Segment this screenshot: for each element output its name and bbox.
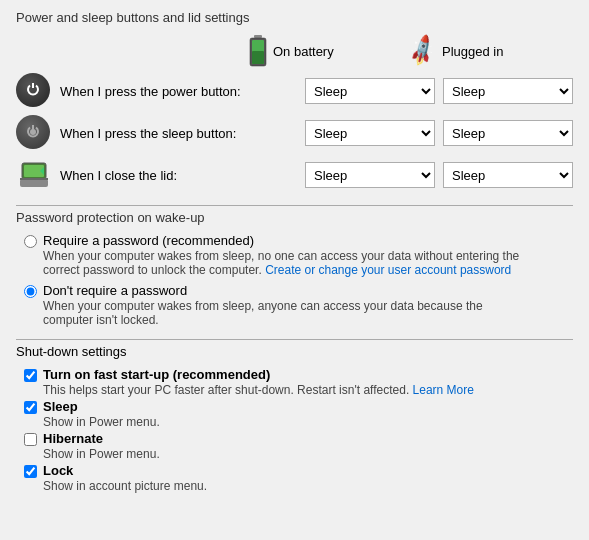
section2-title: Password protection on wake-up [16, 210, 573, 225]
lid-label: When I close the lid: [60, 168, 297, 183]
hibernate-desc: Show in Power menu. [43, 447, 160, 461]
svg-point-4 [30, 129, 36, 135]
section3-title: Shut-down settings [16, 344, 573, 359]
hibernate-label[interactable]: Hibernate [43, 431, 103, 446]
section1: Power and sleep buttons and lid settings… [16, 10, 573, 193]
no-password-desc: When your computer wakes from sleep, any… [43, 299, 533, 327]
sleep-button-label: When I press the sleep button: [60, 126, 297, 141]
svg-rect-8 [20, 178, 48, 180]
power-button-battery-select[interactable]: Sleep Hibernate Shut down Turn off the d… [305, 78, 435, 104]
lock-desc: Show in account picture menu. [43, 479, 207, 493]
power-header: On battery 🚀 Plugged in [16, 35, 573, 67]
lid-svg [16, 157, 52, 193]
lock-item: Lock Show in account picture menu. [24, 463, 573, 493]
power-button-icon [16, 73, 52, 109]
power-button-row: When I press the power button: Sleep Hib… [16, 73, 573, 109]
lid-selects: Sleep Hibernate Shut down Turn off the d… [305, 162, 573, 188]
no-password-label[interactable]: Don't require a password [43, 283, 187, 298]
lock-checkbox[interactable] [24, 465, 37, 478]
lid-pluggedin-select[interactable]: Sleep Hibernate Shut down Turn off the d… [443, 162, 573, 188]
sleep-button-battery-select[interactable]: Sleep Hibernate Shut down Turn off the d… [305, 120, 435, 146]
lock-content: Lock Show in account picture menu. [43, 463, 207, 493]
require-password-radio[interactable] [24, 235, 37, 248]
power-button-selects: Sleep Hibernate Shut down Turn off the d… [305, 78, 573, 104]
sleep-button-row: When I press the sleep button: Sleep Hib… [16, 115, 573, 151]
require-password-item: Require a password (recommended) When yo… [24, 233, 573, 277]
battery-label: On battery [273, 44, 334, 59]
section1-title: Power and sleep buttons and lid settings [16, 10, 573, 25]
sleep-check-label[interactable]: Sleep [43, 399, 78, 414]
power-button-pluggedin-select[interactable]: Sleep Hibernate Shut down Turn off the d… [443, 78, 573, 104]
fast-startup-content: Turn on fast start-up (recommended) This… [43, 367, 474, 397]
password-radio-group: Require a password (recommended) When yo… [24, 233, 573, 327]
section3: Shut-down settings Turn on fast start-up… [16, 339, 573, 493]
no-password-radio[interactable] [24, 285, 37, 298]
svg-rect-0 [254, 35, 262, 38]
sleep-checkbox[interactable] [24, 401, 37, 414]
no-password-item: Don't require a password When your compu… [24, 283, 573, 327]
lock-label[interactable]: Lock [43, 463, 73, 478]
sleep-item: Sleep Show in Power menu. [24, 399, 573, 429]
sleep-content: Sleep Show in Power menu. [43, 399, 160, 429]
battery-icon [249, 35, 267, 67]
hibernate-content: Hibernate Show in Power menu. [43, 431, 160, 461]
fast-startup-item: Turn on fast start-up (recommended) This… [24, 367, 573, 397]
fast-startup-checkbox[interactable] [24, 369, 37, 382]
create-password-link[interactable]: Create or change your user account passw… [265, 263, 511, 277]
require-password-label[interactable]: Require a password (recommended) [43, 233, 254, 248]
svg-rect-5 [20, 179, 48, 187]
lid-icon [16, 157, 52, 193]
require-password-content: Require a password (recommended) When yo… [43, 233, 533, 277]
sleep-check-desc: Show in Power menu. [43, 415, 160, 429]
hibernate-item: Hibernate Show in Power menu. [24, 431, 573, 461]
sleep-button-pluggedin-select[interactable]: Sleep Hibernate Shut down Turn off the d… [443, 120, 573, 146]
hibernate-checkbox[interactable] [24, 433, 37, 446]
svg-rect-3 [252, 51, 264, 64]
power-button-label: When I press the power button: [60, 84, 297, 99]
require-password-desc: When your computer wakes from sleep, no … [43, 249, 533, 277]
pluggedin-icon: 🚀 [404, 33, 440, 69]
sleep-symbol [25, 124, 41, 140]
lid-icon-container [16, 157, 52, 193]
sleep-button-selects: Sleep Hibernate Shut down Turn off the d… [305, 120, 573, 146]
power-icon [16, 73, 50, 107]
power-symbol [25, 82, 41, 98]
fast-startup-label[interactable]: Turn on fast start-up (recommended) [43, 367, 270, 382]
pluggedin-column-header: 🚀 Plugged in [409, 38, 569, 64]
sleep-icon [16, 115, 50, 149]
no-password-content: Don't require a password When your compu… [43, 283, 533, 327]
sleep-button-icon [16, 115, 52, 151]
pluggedin-label: Plugged in [442, 44, 503, 59]
fast-startup-desc: This helps start your PC faster after sh… [43, 383, 474, 397]
lid-battery-select[interactable]: Sleep Hibernate Shut down Turn off the d… [305, 162, 435, 188]
battery-column-header: On battery [249, 35, 409, 67]
fast-startup-learn-more-link[interactable]: Learn More [413, 383, 474, 397]
section2: Password protection on wake-up Require a… [16, 205, 573, 327]
lid-row: When I close the lid: Sleep Hibernate Sh… [16, 157, 573, 193]
